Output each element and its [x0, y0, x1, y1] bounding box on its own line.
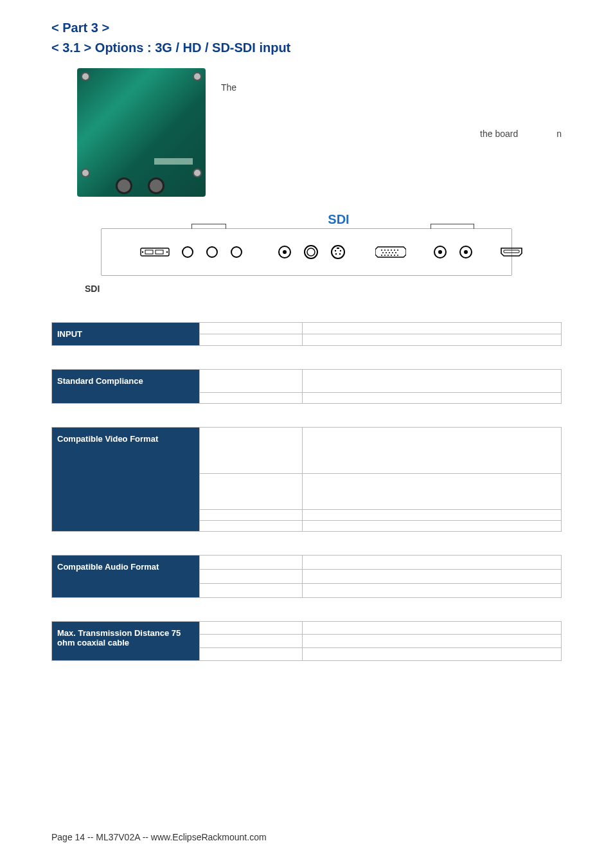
audio-header: Compatible Audio Format: [52, 556, 200, 598]
cell: [200, 556, 303, 570]
svg-point-36: [438, 250, 442, 254]
svg-point-21: [391, 249, 392, 251]
rear-port-diagram: [101, 228, 512, 276]
cell: [303, 370, 562, 393]
svg-point-23: [397, 249, 398, 251]
svg-point-24: [382, 252, 384, 253]
cell: [303, 428, 562, 474]
cell: [200, 428, 303, 474]
distance-table: Max. Transmission Distance 75 ohm coaxia…: [51, 621, 562, 661]
svg-point-13: [335, 250, 336, 251]
intro-n: n: [556, 127, 562, 197]
svg-point-22: [394, 249, 395, 251]
hdmi-port-icon: [500, 246, 523, 258]
svg-point-10: [305, 246, 317, 258]
page-footer: Page 14 -- ML37V02A -- www.EclipseRackmo…: [51, 832, 267, 842]
cell: [303, 510, 562, 521]
svg-point-15: [335, 253, 337, 255]
svg-rect-1: [145, 250, 153, 254]
cell: [200, 647, 303, 660]
cell: [303, 556, 562, 570]
cell: [303, 323, 562, 334]
svideo-icon: [330, 244, 346, 260]
video-header: Compatible Video Format: [52, 428, 200, 532]
svg-point-14: [340, 250, 341, 251]
svg-point-34: [397, 255, 398, 256]
svg-point-31: [387, 255, 389, 256]
audio-table: Compatible Audio Format: [51, 555, 562, 598]
cell: [303, 622, 562, 635]
vga-port-icon: [375, 245, 406, 259]
video-table: Compatible Video Format: [51, 427, 562, 532]
svg-point-18: [381, 249, 382, 251]
cell: [200, 323, 303, 334]
svg-point-7: [231, 247, 242, 257]
svg-point-26: [389, 252, 390, 253]
standard-header: Standard Compliance: [52, 370, 200, 404]
sdi-caption: SDI: [85, 284, 562, 294]
intro-board: the board: [480, 127, 518, 197]
svg-point-11: [307, 248, 315, 256]
cell: [303, 635, 562, 647]
sdi-in-icon: [433, 245, 447, 259]
distance-header: Max. Transmission Distance 75 ohm coaxia…: [52, 622, 200, 661]
cell: [303, 334, 562, 346]
section-heading: < 3.1 > Options : 3G / HD / SD-SDI input: [51, 41, 562, 55]
svg-point-6: [207, 247, 217, 257]
sdi-out-icon: [459, 245, 473, 259]
cell: [200, 584, 303, 598]
bnc-icon-2: [303, 244, 319, 260]
cell: [200, 521, 303, 532]
cell: [303, 474, 562, 510]
intro-text: The the board n: [221, 68, 562, 197]
svg-point-30: [384, 255, 386, 256]
svg-point-3: [142, 251, 143, 253]
svg-rect-17: [337, 248, 339, 249]
cell: [200, 474, 303, 510]
dvi-port-icon: [140, 246, 170, 258]
input-header: INPUT: [52, 323, 200, 346]
cell: [200, 622, 303, 635]
svg-point-4: [166, 251, 168, 253]
sdi-diagram-label: SDI: [313, 212, 364, 227]
svg-point-38: [464, 250, 468, 254]
standard-table: Standard Compliance: [51, 369, 562, 404]
cell: [303, 584, 562, 598]
svg-point-19: [384, 249, 386, 251]
svg-point-20: [387, 249, 389, 251]
sdi-board-image: [77, 68, 206, 197]
svg-point-16: [339, 253, 341, 255]
input-table: INPUT: [51, 322, 562, 346]
cell: [303, 647, 562, 660]
svg-point-32: [391, 255, 392, 256]
cell: [200, 334, 303, 346]
button-icon-1: [181, 246, 194, 258]
svg-point-28: [395, 252, 396, 253]
svg-rect-2: [155, 250, 163, 254]
svg-point-29: [381, 255, 382, 256]
part-heading: < Part 3 >: [51, 21, 562, 35]
svg-rect-39: [504, 250, 519, 253]
svg-point-33: [394, 255, 395, 256]
cell: [303, 393, 562, 404]
svg-point-5: [182, 247, 193, 257]
intro-the: The: [221, 81, 236, 197]
bnc-icon-1: [278, 245, 292, 259]
cell: [303, 570, 562, 584]
cell: [200, 370, 303, 393]
cell: [200, 393, 303, 404]
button-icon-3: [230, 246, 243, 258]
cell: [200, 570, 303, 584]
cell: [303, 521, 562, 532]
cell: [200, 510, 303, 521]
svg-point-27: [392, 252, 393, 253]
cell: [200, 635, 303, 647]
button-icon-2: [206, 246, 218, 258]
svg-point-25: [386, 252, 387, 253]
svg-point-9: [283, 250, 287, 254]
